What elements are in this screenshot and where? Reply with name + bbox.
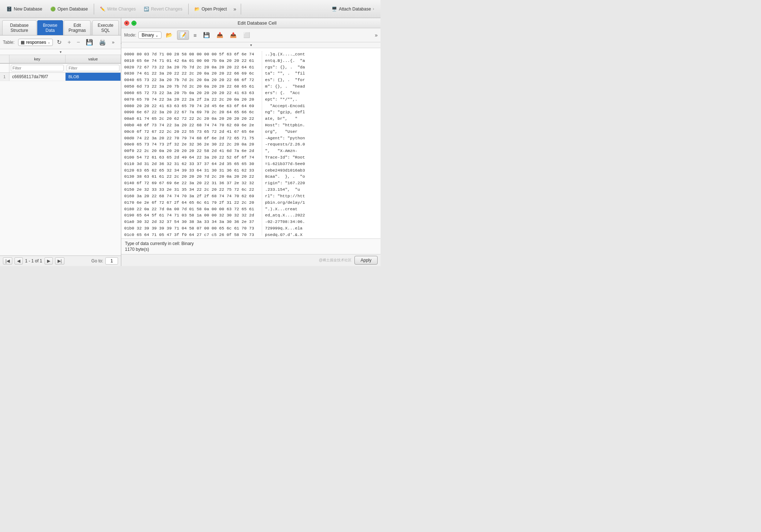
add-row-button[interactable]: + [66,38,72,47]
import-button[interactable]: 📥 [214,31,226,39]
window-controls: ✕ − [124,21,136,26]
value-cell[interactable]: BLOB [65,73,121,81]
mode-value: Binary [142,33,154,38]
value-filter-cell [65,63,121,73]
left-panel: Database Structure Browse Data Edit Prag… [0,18,121,266]
mode-toolbar-overflow[interactable]: » [375,32,378,38]
key-column-header[interactable]: key [9,55,65,63]
value-filter-input[interactable] [67,65,119,71]
goto-label: Go to: [91,258,103,263]
toolbar-overflow-btn[interactable]: » [231,5,239,13]
mode-selector[interactable]: Binary ⌄ [138,31,161,39]
mode-expand-icon: ▾ [250,43,252,47]
attach-database-button[interactable]: 🖥️ Attach Database › [328,5,378,13]
new-database-button[interactable]: 🗄️ New Database [3,5,46,13]
table-chevron-icon: ⌄ [47,40,50,44]
save-table-button[interactable]: 💾 [84,38,95,47]
mode-chevron-icon: ⌄ [155,33,158,37]
open-db-icon: 🟢 [50,7,56,12]
last-page-button[interactable]: ▶| [55,257,64,265]
project-icon: 📂 [194,7,200,12]
mode-toolbar-expand[interactable]: ▾ [121,42,380,48]
save-to-file-button[interactable]: 📝 [177,30,189,40]
toolbar-divider-3 [241,4,241,14]
table-row[interactable]: 1 c66958117da7f6f7 BLOB [0,73,121,81]
key-filter-cell [9,63,65,73]
value-column-header[interactable]: value [65,55,121,63]
open-database-button[interactable]: 🟢 Open Database [47,5,92,13]
data-table: key value 1 [0,55,121,256]
table-icon: ▦ [21,40,25,45]
prev-page-button[interactable]: ◀ [14,257,23,265]
tab-browse-data[interactable]: Browse Data [37,20,63,35]
main-toolbar: 🗄️ New Database 🟢 Open Database ✏️ Write… [0,0,380,18]
right-panel: ✕ − Edit Database Cell Mode: Binary ⌄ 📂 … [121,18,380,266]
hex-right-column: ..}q.(X...._cont entq.Bj...{. "a rgs": {… [262,51,334,236]
cell-size-text: 1170 byte(s) [125,247,377,252]
table-selector[interactable]: ▦ responses ⌄ [18,39,53,46]
key-cell[interactable]: c66958117da7f6f7 [9,73,65,81]
tab-bar: Database Structure Browse Data Edit Prag… [0,18,121,35]
attach-chevron-icon: › [373,7,374,11]
apply-button[interactable]: Apply [354,256,378,265]
bottom-bar: |◀ ◀ 1 - 1 of 1 ▶ ▶| Go to: [0,256,121,266]
hex-left-column: 0000 80 03 7d 71 00 28 58 08 00 00 00 5f… [124,51,262,236]
tab-database-structure[interactable]: Database Structure [2,20,37,35]
copy-button[interactable]: ≡ [191,31,199,39]
write-changes-button[interactable]: ✏️ Write Changes [96,5,139,13]
table-label: Table: [3,40,14,45]
export2-button[interactable]: 📤 [228,31,239,39]
mode-toolbar: Mode: Binary ⌄ 📂 📝 ≡ 💾 📥 📤 ⬜ » [121,28,380,42]
revert-icon: ↩️ [144,7,149,12]
goto-input[interactable] [105,257,118,265]
row-num-header [0,55,9,63]
hex-display-area[interactable]: 0000 80 03 7d 71 00 28 58 08 00 00 00 5f… [121,48,380,238]
null-button[interactable]: ⬜ [241,31,252,39]
new-db-icon: 🗄️ [7,7,12,12]
filter-row [0,63,121,73]
toolbar-divider-1 [94,4,94,14]
revert-changes-button[interactable]: ↩️ Revert Changes [140,5,186,13]
delete-row-button[interactable]: − [75,38,82,47]
table-toolbar: Table: ▦ responses ⌄ ↻ + − 💾 🖨️ » … [0,35,121,49]
tab-separator [91,22,92,35]
first-page-button[interactable]: |◀ [3,257,12,265]
close-window-button[interactable]: ✕ [124,21,129,26]
print-button[interactable]: 🖨️ [97,38,108,47]
main-content: Database Structure Browse Data Edit Prag… [0,18,380,266]
next-page-button[interactable]: ▶ [45,257,53,265]
key-filter-input[interactable] [11,65,64,71]
row-number: 1 [0,73,9,81]
open-project-button[interactable]: 📂 Open Project [191,5,231,13]
tab-execute-sql[interactable]: Execute SQL [92,20,119,35]
table-toolbar-overflow[interactable]: » [110,38,116,46]
toolbar-expand-bar[interactable]: ▾ [0,49,121,55]
export-button[interactable]: 💾 [201,31,212,39]
apply-row: @稀土掘金技术社区 Apply [121,254,380,266]
write-icon: ✏️ [100,7,105,12]
cell-editor-title: Edit Database Cell [136,20,378,26]
expand-chevron-icon: ▾ [60,50,62,54]
minimize-window-button[interactable]: − [131,21,136,26]
page-info: 1 - 1 of 1 [25,258,42,263]
attach-icon: 🖥️ [332,7,337,12]
refresh-table-button[interactable]: ↻ [55,38,63,47]
cell-type-text: Type of data currently in cell: Binary [125,241,377,246]
cell-editor-header: ✕ − Edit Database Cell [121,18,380,28]
toolbar-divider-2 [188,4,189,14]
tab-edit-pragmas[interactable]: Edit Pragmas [64,20,91,35]
cell-info-footer: Type of data currently in cell: Binary 1… [121,238,380,254]
watermark: @稀土掘金技术社区 [319,258,352,263]
load-from-file-button[interactable]: 📂 [164,31,175,39]
filter-row-num [0,63,9,73]
table-name: responses [26,40,46,45]
mode-label: Mode: [124,33,136,38]
